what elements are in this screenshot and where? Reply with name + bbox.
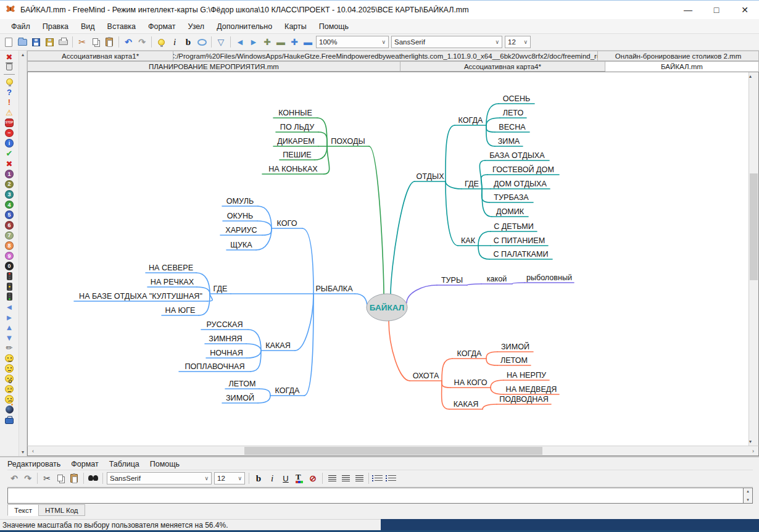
menu-item-2[interactable]: Вид	[75, 20, 101, 33]
smiley-dead-icon[interactable]	[2, 384, 17, 394]
cut-icon[interactable]: ✂	[75, 35, 89, 49]
mindmap-node[interactable]: ТУРЫ	[441, 276, 463, 285]
mindmap-node[interactable]: ХАРИУС	[225, 226, 257, 235]
arrow-right-icon[interactable]: ►	[2, 312, 17, 323]
fold-all-icon[interactable]: ▬	[274, 35, 288, 49]
horizontal-scroll-thumb[interactable]	[244, 447, 542, 455]
mindmap-node[interactable]: ЛЕТОМ	[500, 356, 528, 365]
menu-item-0[interactable]: Файл	[5, 20, 36, 33]
nav-forward-icon[interactable]: ►	[247, 35, 260, 49]
not-ok-icon[interactable]: ✖	[2, 159, 17, 169]
mindmap-node[interactable]: ЗИМОЙ	[501, 342, 529, 351]
editor-scroll-down-icon[interactable]: ▾	[747, 497, 749, 502]
mindmap-node[interactable]: ОТДЫХ	[416, 172, 444, 181]
mindmap-node[interactable]: С ДЕТЬМИ	[494, 222, 534, 231]
zoom-in-icon[interactable]: ✚	[288, 35, 301, 49]
italic-icon[interactable]: i	[168, 35, 181, 49]
sidebar-scroll-down-icon[interactable]: ▾	[22, 448, 24, 456]
mindmap-node[interactable]: БАЗА ОТДЫХА	[489, 151, 545, 160]
idea-icon[interactable]	[2, 77, 17, 87]
pencil-icon[interactable]: ✏	[2, 343, 17, 354]
mindmap-node[interactable]: НА КОГО	[454, 378, 487, 387]
menu-item-7[interactable]: Карты	[278, 20, 313, 33]
close-button[interactable]: ✕	[731, 1, 759, 19]
arrow-left-icon[interactable]: ◄	[2, 302, 17, 312]
traffic-light-green-icon[interactable]	[2, 292, 17, 302]
save-as-icon[interactable]	[43, 35, 56, 49]
menu-item-6[interactable]: Дополнительно	[210, 20, 278, 33]
new-file-icon[interactable]	[2, 35, 15, 49]
scroll-right-icon[interactable]: ›	[748, 446, 758, 455]
trash-icon[interactable]	[2, 62, 17, 73]
menu-item-4[interactable]: Формат	[142, 20, 181, 33]
mindmap-root-label[interactable]: БАЙКАЛ	[370, 303, 404, 312]
mindmap-node[interactable]: НА МЕДВЕДЯ	[506, 385, 557, 394]
mindmap-node[interactable]: ПОПЛАВОЧНАЯ	[185, 362, 244, 371]
mindmap-node[interactable]: С ПАЛАТКАМИ	[494, 250, 549, 259]
scroll-up-icon[interactable]: ▴	[749, 72, 758, 80]
undo-icon[interactable]: ↶	[7, 472, 21, 485]
mindmap-node[interactable]: ДОМ ОТДЫХА	[494, 180, 547, 188]
zoom-out-icon[interactable]: ▬	[301, 35, 315, 49]
mindmap-node[interactable]: какой	[487, 275, 507, 283]
bold-icon[interactable]: b	[181, 35, 195, 49]
scroll-left-icon[interactable]: ‹	[28, 446, 38, 455]
copy-icon[interactable]	[89, 35, 102, 49]
smiley-happy-icon[interactable]	[2, 353, 17, 364]
number-2-icon[interactable]: 2	[2, 179, 17, 189]
traffic-light-red-icon[interactable]	[2, 271, 17, 281]
editor-menu-item-2[interactable]: Таблица	[109, 459, 145, 470]
mindmap-node[interactable]: ОСЕНЬ	[503, 94, 531, 103]
map-tab[interactable]: file:/C:/Program%20Files/WindowsApps/Hau…	[173, 51, 598, 61]
size-select[interactable]: 12∨	[505, 36, 531, 48]
scroll-down-icon[interactable]: ▾	[749, 438, 758, 446]
node-edit-input[interactable]	[7, 488, 744, 504]
copy-icon[interactable]	[54, 472, 67, 485]
mindmap-node[interactable]: С ПИТАНИЕМ	[494, 236, 545, 245]
warning-icon[interactable]: ⚠	[2, 107, 17, 118]
mindmap-node[interactable]: КОГДА	[457, 349, 482, 358]
number-1-icon[interactable]: 1	[2, 169, 17, 180]
mindmap-node[interactable]: КОГДА	[458, 116, 483, 125]
number-0-icon[interactable]: 0	[2, 261, 17, 272]
mindmap-node[interactable]: КАКАЯ	[265, 341, 291, 350]
mindmap-node[interactable]: рыболовный	[526, 273, 572, 282]
mindmap-node[interactable]: НА КОНЬКАХ	[268, 165, 318, 173]
menu-item-1[interactable]: Правка	[36, 20, 75, 33]
mindmap-node[interactable]: НА БАЗЕ ОТДЫХА "КУЛТУШНАЯ"	[79, 292, 202, 301]
mindmap-node[interactable]: ОМУЛЬ	[226, 197, 254, 206]
font-color-icon[interactable]: T	[292, 472, 306, 485]
number-4-icon[interactable]: 4	[2, 199, 17, 210]
paste-icon[interactable]	[67, 472, 81, 485]
sidebar-scrollbar[interactable]: ▴ ▾	[19, 51, 27, 456]
editor-input-scrollbar[interactable]: ▴ ▾	[744, 488, 753, 504]
mindmap-node[interactable]: ГОСТЕВОЙ ДОМ	[492, 165, 554, 174]
remove-format-icon[interactable]: ⊘	[306, 472, 320, 485]
zoom-select[interactable]: 100%∨	[316, 36, 389, 48]
minimize-button[interactable]: —	[674, 1, 702, 19]
mindmap-node[interactable]: ПО ЛЬДУ	[280, 123, 315, 131]
redo-icon[interactable]: ↷	[135, 35, 149, 49]
redo-icon[interactable]: ↷	[21, 472, 35, 485]
mindmap-node[interactable]: НА СЕВЕРЕ	[149, 264, 193, 272]
save-icon[interactable]	[29, 35, 43, 49]
nav-back-icon[interactable]: ◄	[233, 35, 247, 49]
mindmap-node[interactable]: ЗИМОЙ	[226, 393, 254, 402]
mindmap-node[interactable]: ТУРБАЗА	[494, 193, 529, 202]
cut-icon[interactable]: ✂	[40, 472, 54, 485]
sidebar-scroll-up-icon[interactable]: ▴	[22, 51, 24, 59]
mindmap-node[interactable]: ВЕСНА	[499, 123, 526, 131]
smiley-surprised-icon[interactable]	[2, 373, 17, 384]
mindmap-node[interactable]: ГДЕ	[214, 285, 228, 293]
number-7-icon[interactable]: 7	[2, 230, 17, 241]
mindmap-node[interactable]: ЗИМНЯЯ	[209, 335, 242, 343]
filter-icon[interactable]: ▽	[214, 35, 228, 49]
mindmap-node[interactable]: КАК	[461, 236, 476, 245]
idea-icon[interactable]	[154, 35, 168, 49]
stop-icon[interactable]: STOP	[2, 118, 17, 128]
map-tab[interactable]: ПЛАНИРОВАНИЕ МЕРОПРИЯТИЯ.mm	[27, 61, 400, 72]
mindmap-node[interactable]: ПОХОДЫ	[331, 137, 365, 146]
number-5-icon[interactable]: 5	[2, 210, 17, 220]
undo-icon[interactable]: ↶	[122, 35, 135, 49]
editor-menu-item-3[interactable]: Помощь	[150, 459, 185, 470]
